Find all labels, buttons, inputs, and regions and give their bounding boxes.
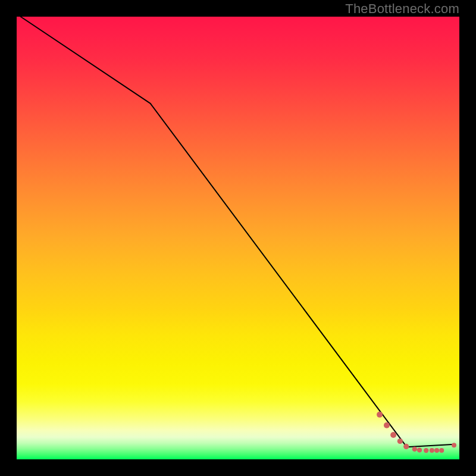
scatter-point [439, 448, 444, 453]
scatter-point [390, 432, 396, 438]
scatter-point [384, 422, 390, 428]
watermark-text: TheBottleneck.com [345, 1, 459, 17]
scatter-point [434, 448, 439, 453]
scatter-point [397, 439, 403, 444]
curve-path [21, 17, 455, 447]
line-series [21, 17, 455, 447]
scatter-point [452, 443, 456, 447]
chart-svg [17, 17, 459, 459]
scatter-point [403, 444, 409, 449]
scatter-point [430, 448, 434, 453]
scatter-point [377, 412, 383, 418]
scatter-point [424, 448, 428, 453]
chart-stage: TheBottleneck.com [0, 0, 476, 476]
scatter-point [412, 447, 417, 452]
scatter-point [417, 447, 422, 452]
